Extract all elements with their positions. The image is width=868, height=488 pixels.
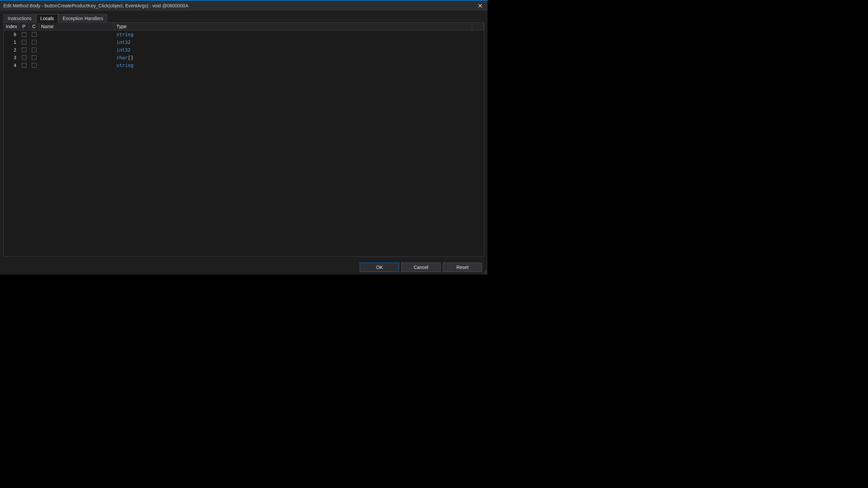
titlebar-title: Edit Method Body - buttonCreateProductKe… [3, 3, 188, 8]
tabstrip: Instructions Locals Exception Handlers [0, 11, 488, 23]
checkbox-p[interactable] [22, 40, 26, 45]
cell-index: 1 [4, 39, 19, 46]
table-body[interactable]: 0string1int322int323char[]4string [4, 30, 484, 256]
cell-index: 3 [4, 54, 19, 61]
cell-p [19, 47, 29, 53]
cell-c [29, 47, 39, 53]
table-header-row: Index P C Name Type [4, 23, 484, 30]
cancel-button[interactable]: Cancel [401, 263, 441, 272]
svg-point-4 [486, 271, 487, 272]
checkbox-p[interactable] [22, 32, 26, 37]
svg-point-2 [486, 270, 487, 271]
col-header-tail [472, 23, 484, 30]
cell-p [19, 55, 29, 61]
dialog-footer: OK Cancel Reset [0, 260, 488, 275]
cell-name[interactable] [39, 57, 115, 58]
checkbox-p[interactable] [22, 63, 26, 68]
tab-instructions[interactable]: Instructions [3, 14, 36, 23]
table-row[interactable]: 3char[] [4, 54, 484, 61]
cell-type[interactable]: int32 [115, 47, 484, 53]
cell-c [29, 62, 39, 68]
checkbox-c[interactable] [32, 32, 36, 37]
cell-c [29, 31, 39, 37]
cell-c [29, 39, 39, 45]
close-icon [478, 4, 482, 8]
cell-p [19, 31, 29, 37]
cell-name[interactable] [39, 65, 115, 66]
cell-index: 2 [4, 47, 19, 53]
svg-point-3 [485, 271, 485, 272]
resize-grip[interactable] [482, 269, 487, 274]
cell-name[interactable] [39, 34, 115, 35]
ok-button[interactable]: OK [360, 263, 399, 272]
reset-button[interactable]: Reset [443, 263, 482, 272]
cell-name[interactable] [39, 49, 115, 51]
table-row[interactable]: 2int32 [4, 46, 484, 54]
cell-type[interactable]: int32 [115, 39, 484, 46]
tab-exception-handlers[interactable]: Exception Handlers [58, 14, 107, 23]
svg-point-7 [486, 273, 487, 274]
checkbox-c[interactable] [32, 55, 36, 60]
col-header-name[interactable]: Name [39, 23, 115, 30]
table-row[interactable]: 4string [4, 61, 484, 69]
cell-p [19, 39, 29, 45]
tab-locals[interactable]: Locals [36, 14, 58, 23]
locals-table: Index P C Name Type 0string1int322int323… [3, 23, 484, 257]
cell-name[interactable] [39, 41, 115, 43]
col-header-index[interactable]: Index [4, 23, 19, 30]
col-header-p[interactable]: P [19, 23, 29, 30]
resize-grip-icon [482, 269, 487, 274]
checkbox-p[interactable] [22, 55, 26, 60]
cell-type[interactable]: char[] [115, 54, 484, 61]
table-row[interactable]: 0string [4, 30, 484, 38]
svg-point-5 [483, 273, 484, 274]
cell-c [29, 55, 39, 61]
col-header-type[interactable]: Type [115, 23, 472, 30]
checkbox-c[interactable] [32, 48, 36, 52]
checkbox-c[interactable] [32, 63, 36, 68]
cell-index: 4 [4, 62, 19, 69]
cell-type[interactable]: string [115, 62, 484, 69]
col-header-c[interactable]: C [29, 23, 39, 30]
table-row[interactable]: 1int32 [4, 38, 484, 46]
cell-p [19, 62, 29, 68]
checkbox-p[interactable] [22, 48, 26, 52]
dialog-window: Edit Method Body - buttonCreateProductKe… [0, 0, 488, 275]
cell-type[interactable]: string [115, 31, 484, 38]
svg-point-6 [485, 273, 485, 274]
close-button[interactable] [472, 1, 488, 11]
cell-index: 0 [4, 31, 19, 38]
checkbox-c[interactable] [32, 40, 36, 45]
titlebar: Edit Method Body - buttonCreateProductKe… [0, 1, 488, 11]
